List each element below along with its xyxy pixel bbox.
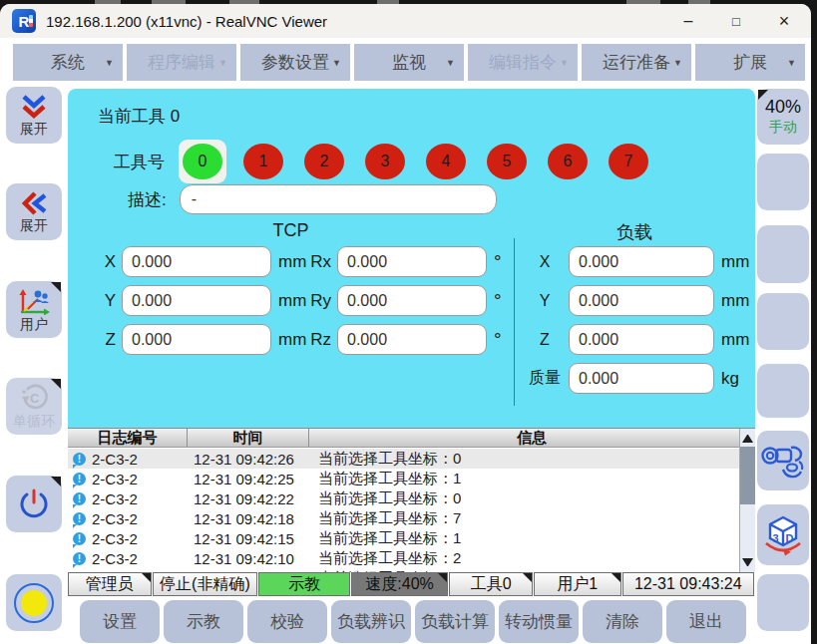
tool-number-value: 7 (624, 153, 633, 170)
field-unit-label: ° (494, 290, 502, 312)
speed-value: 40% (765, 97, 801, 118)
side-button-empty[interactable] (757, 574, 809, 631)
log-header-id: 日志编号 (68, 429, 188, 447)
hand-guide-button[interactable] (757, 431, 809, 490)
tool-number-row: 工具号 0 (114, 140, 652, 183)
scrollbar-thumb[interactable] (740, 447, 755, 504)
expand-down-label: 展开 (20, 121, 48, 137)
tool-number-button[interactable]: 7 (605, 140, 652, 183)
current-tool-text: 当前工具 0 (98, 105, 180, 128)
status-user-frame[interactable]: 用户1 (534, 572, 621, 596)
tool-number-button[interactable]: 6 (544, 140, 592, 183)
value-field[interactable]: 0.000 (122, 285, 271, 316)
bottom-action-button[interactable]: 负载计算 (415, 600, 495, 643)
menu-item[interactable]: 程序编辑 ▼ (127, 44, 236, 81)
scroll-up-icon[interactable] (742, 435, 753, 443)
bottom-action-button[interactable]: 退出 (666, 600, 746, 643)
tool-number-button[interactable]: 5 (483, 140, 531, 183)
user-frame-label: 用户 (20, 316, 48, 332)
maximize-button[interactable]: □ (719, 7, 753, 35)
bottom-action-button[interactable]: 示教 (164, 600, 243, 643)
main-content: 当前工具 0 工具号 0 (68, 84, 755, 644)
value-field[interactable]: 0.000 (569, 363, 714, 394)
value-field[interactable]: 0.000 (569, 324, 714, 355)
menu-item[interactable]: 运行准备 ▼ (582, 44, 691, 81)
field-unit-label: ° (494, 329, 502, 351)
current-tool-value: 0 (171, 107, 180, 126)
log-row[interactable]: ! 2-C3-2 12-31 09:42:22 当前选择工具坐标：0 (68, 488, 739, 508)
log-row[interactable]: ! 2-C3-2 12-31 09:42:10 当前选择工具坐标：2 (68, 548, 739, 568)
field-unit-label: mm (721, 291, 749, 311)
field-axis-label: Y (96, 291, 116, 311)
hand-guide-icon (759, 440, 807, 482)
chevron-down-icon: ▼ (787, 58, 796, 68)
log-cell-time: 12-31 09:42:15 (188, 530, 309, 547)
window-titlebar: R 192.168.1.200 (x11vnc) - RealVNC Viewe… (0, 4, 811, 38)
field-row: Ry 0.000 ° (303, 285, 502, 316)
menu-item[interactable]: 参数设置 ▼ (240, 44, 350, 81)
log-row[interactable]: ! 2-C3-2 12-31 09:42:15 当前选择工具坐标：1 (68, 528, 739, 548)
tool-number-button[interactable]: 1 (239, 140, 287, 183)
tool-number-button[interactable]: 2 (300, 140, 348, 183)
tool-number-value: 1 (259, 153, 268, 170)
status-user-role[interactable]: 管理员 (68, 572, 152, 596)
menu-item[interactable]: 系统 ▼ (13, 44, 123, 81)
bottom-action-button[interactable]: 负载辨识 (331, 600, 411, 643)
bottom-action-button[interactable]: 校验 (247, 600, 327, 643)
side-button-empty[interactable] (757, 154, 809, 210)
close-button[interactable]: × (767, 7, 801, 35)
log-scrollbar[interactable] (739, 429, 755, 572)
field-row: X 0.000 mm (527, 246, 749, 277)
value-field[interactable]: 0.000 (122, 246, 271, 277)
log-cell-message: 当前选择工具坐标：0 (309, 489, 739, 508)
side-button-empty[interactable] (757, 293, 809, 350)
status-speed[interactable]: 速度:40% (351, 572, 449, 596)
log-row[interactable]: ! 2-C3-2 12-31 09:42:18 当前选择工具坐标：7 (68, 508, 739, 528)
bottom-action-button[interactable]: 清除 (583, 600, 662, 643)
expand-down-button[interactable]: 展开 (6, 87, 62, 144)
tool-number-button[interactable]: 4 (422, 140, 470, 183)
value-field[interactable]: 0.000 (337, 246, 487, 277)
menu-item[interactable]: 扩展 ▼ (695, 44, 805, 81)
log-row[interactable]: ! 2-C3-2 12-31 09:42:25 当前选择工具坐标：1 (68, 469, 739, 488)
tool-number-button[interactable]: 3 (361, 140, 409, 183)
bottom-action-button[interactable]: 设置 (80, 600, 160, 643)
tcp-section-title: TCP (68, 220, 514, 241)
view-3d-button[interactable]: 3 D (757, 504, 809, 565)
user-frame-button[interactable]: 用户 (6, 281, 62, 338)
expand-left-button[interactable]: 展开 (6, 183, 62, 240)
status-run-state: 停止(非精确) (153, 572, 258, 596)
menu-item-label: 程序编辑 (148, 51, 215, 74)
power-button[interactable] (6, 476, 62, 532)
log-cell-time: 12-31 09:42:10 (188, 550, 309, 567)
field-axis-label: Rx (303, 252, 331, 272)
log-cell-message: 当前选择工具坐标：1 (309, 529, 739, 548)
log-row[interactable]: ! 2-C3-2 12-31 09:42:26 当前选择工具坐标：0 (68, 449, 739, 469)
tool-number-circle: 7 (609, 144, 648, 179)
tcp-xyz-fields: X 0.000 mm Y 0.000 mm (96, 246, 306, 355)
speed-mode-button[interactable]: 40% 手动 (757, 89, 809, 145)
scroll-down-icon[interactable] (742, 558, 753, 566)
tool-number-circle: 6 (548, 144, 588, 179)
bottom-action-button[interactable]: 转动惯量 (499, 600, 579, 643)
field-row: Z 0.000 mm (96, 324, 306, 355)
minimize-button[interactable]: – (671, 7, 705, 35)
tool-number-button[interactable]: 0 (179, 140, 226, 183)
value-field[interactable]: 0.000 (337, 285, 487, 316)
menu-item[interactable]: 监视 ▼ (354, 44, 464, 81)
value-field[interactable]: 0.000 (122, 324, 271, 355)
value-field[interactable]: 0.000 (337, 324, 487, 355)
value-field[interactable]: 0.000 (569, 285, 714, 316)
log-cell-id: ! 2-C3-2 (68, 550, 188, 567)
menu-item-label: 参数设置 (261, 51, 329, 74)
side-button-empty[interactable] (757, 225, 809, 283)
description-input[interactable]: - (180, 184, 497, 214)
status-tool[interactable]: 工具0 (449, 572, 533, 596)
info-icon: ! (73, 512, 86, 525)
log-id-text: 2-C3-2 (92, 510, 138, 527)
chevron-down-icon: ▼ (673, 58, 682, 68)
deadman-indicator-button[interactable] (6, 574, 62, 631)
menu-item[interactable]: 编辑指令 ▼ (468, 44, 578, 81)
value-field[interactable]: 0.000 (569, 246, 714, 277)
side-button-empty[interactable] (757, 364, 809, 418)
